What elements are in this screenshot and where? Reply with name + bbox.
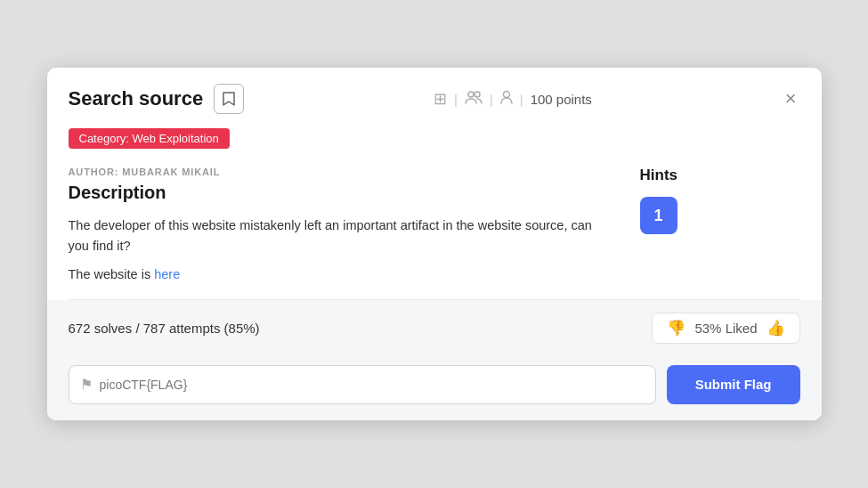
challenge-modal: Search source ⊞ | bbox=[47, 68, 822, 420]
hints-title: Hints bbox=[640, 167, 800, 184]
bookmark-button[interactable] bbox=[214, 84, 244, 114]
person-icon bbox=[500, 90, 513, 104]
points-display: 100 points bbox=[531, 92, 592, 107]
like-percentage: 53% Liked bbox=[694, 321, 757, 336]
submit-flag-button[interactable]: Submit Flag bbox=[667, 365, 800, 404]
description-title: Description bbox=[69, 183, 612, 203]
users-icon bbox=[465, 90, 483, 109]
solves-stats: 672 solves / 787 attempts (85%) bbox=[69, 321, 260, 336]
modal-header: Search source ⊞ | bbox=[47, 68, 822, 125]
author-label: AUTHOR: MUBARAK MIKAIL bbox=[69, 167, 612, 177]
bookmark-icon bbox=[222, 91, 236, 107]
svg-point-0 bbox=[468, 92, 474, 97]
flag-input-wrapper: ⚑ bbox=[69, 365, 656, 404]
footer-input: ⚑ Submit Flag bbox=[47, 356, 822, 420]
group-icon bbox=[465, 90, 483, 104]
modal-right: Hints 1 bbox=[640, 167, 800, 285]
title-area: Search source bbox=[69, 84, 245, 114]
flag-input[interactable] bbox=[100, 366, 645, 403]
close-button[interactable]: × bbox=[782, 87, 800, 110]
user-icon bbox=[500, 90, 513, 109]
footer-stats: 672 solves / 787 attempts (85%) 👎 53% Li… bbox=[47, 300, 822, 356]
like-area: 👎 53% Liked 👍 bbox=[652, 313, 799, 344]
website-link[interactable]: here bbox=[154, 267, 180, 281]
description-paragraph1: The developer of this website mistakenly… bbox=[69, 216, 612, 256]
dislike-button[interactable]: 👎 bbox=[667, 319, 685, 338]
category-tag: Category: Web Exploitation bbox=[69, 128, 230, 149]
modal-overlay: Search source ⊞ | bbox=[0, 0, 868, 488]
modal-left: AUTHOR: MUBARAK MIKAIL Description The d… bbox=[69, 167, 612, 285]
modal-meta: ⊞ | | | 10 bbox=[434, 89, 592, 109]
modal-tags: Category: Web Exploitation bbox=[47, 125, 822, 159]
flag-icon: ⚑ bbox=[80, 376, 93, 393]
modal-body: AUTHOR: MUBARAK MIKAIL Description The d… bbox=[47, 159, 822, 285]
modal-title: Search source bbox=[69, 87, 204, 110]
like-button[interactable]: 👍 bbox=[767, 319, 785, 338]
hint-badge[interactable]: 1 bbox=[640, 197, 677, 234]
svg-point-1 bbox=[475, 92, 480, 97]
svg-point-2 bbox=[503, 91, 509, 97]
gym-icon: ⊞ bbox=[434, 89, 447, 109]
description-paragraph2: The website is here bbox=[69, 264, 612, 285]
